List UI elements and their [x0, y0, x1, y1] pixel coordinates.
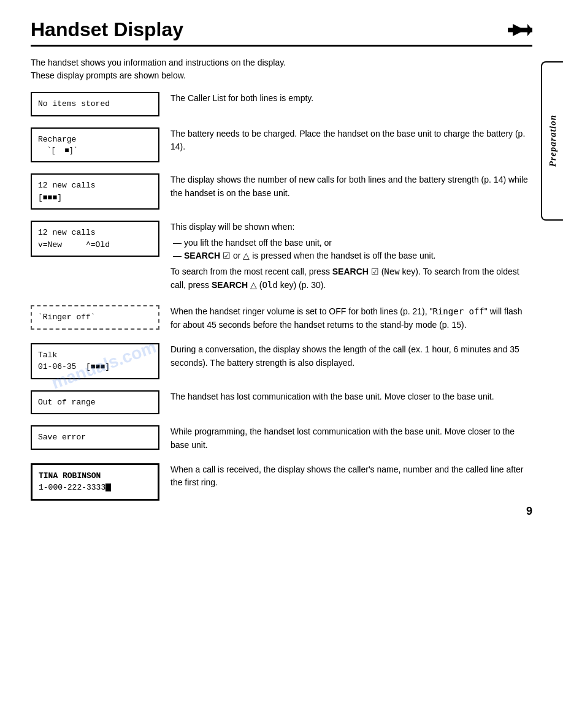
row-talk: Talk 01-06-35 [■■■] During a conversatio… — [31, 343, 532, 379]
cursor-block — [105, 483, 111, 491]
desc-paragraph: This display will be shown when: — [170, 221, 532, 234]
desc-recharge: The battery needs to be charged. Place t… — [170, 127, 532, 154]
desc-search-instructions: To search from the most recent call, pre… — [170, 265, 532, 292]
desc-no-items: The Caller List for both lines is empty. — [170, 92, 532, 105]
bullet-dash: — — [173, 237, 182, 250]
display-ringer-off: `Ringer off` — [31, 305, 159, 330]
row-recharge: Recharge `[ ■]` The battery needs to be … — [31, 127, 532, 163]
page-container: Handset Display Preparation The handset … — [0, 0, 563, 530]
display-line-tina-name: TINA ROBINSON — [39, 470, 151, 482]
desc-out-of-range: The handset has lost communication with … — [170, 390, 532, 404]
row-save-error: Save error While programming, the handse… — [31, 425, 532, 452]
display-12-calls-battery: 12 new calls [■■■] — [31, 173, 159, 210]
bullet-text-2: SEARCH ☑ or △ is pressed when the handse… — [184, 249, 436, 263]
display-line-12calls-2: 12 new calls — [38, 227, 152, 239]
display-line-save-error: Save error — [38, 431, 152, 444]
row-tina-robinson: TINA ROBINSON 1-000-222-3333 When a call… — [31, 463, 532, 501]
display-line-out-of-range: Out of range — [38, 396, 152, 409]
row-12-calls-search: 12 new calls v=New ^=Old This display wi… — [31, 221, 532, 294]
desc-ringer-off: When the handset ringer volume is set to… — [170, 305, 532, 332]
intro-paragraph: The handset shows you information and in… — [31, 56, 532, 82]
bullet-dash-2: — — [173, 249, 182, 263]
display-line-talk-time: 01-06-35 [■■■] — [38, 361, 152, 373]
display-talk: Talk 01-06-35 [■■■] — [31, 343, 159, 379]
display-out-of-range: Out of range — [31, 390, 159, 415]
desc-save-error: While programming, the handset lost comm… — [170, 425, 532, 452]
row-12-calls-battery: 12 new calls [■■■] The display shows the… — [31, 173, 532, 210]
display-line-ringer: `Ringer off` — [38, 311, 152, 324]
row-out-of-range: Out of range The handset has lost commun… — [31, 390, 532, 415]
page-title: Handset Display — [31, 18, 183, 41]
display-line: No items stored — [38, 98, 152, 110]
desc-12-calls-search: This display will be shown when: — you l… — [170, 221, 532, 294]
display-save-error: Save error — [31, 425, 159, 450]
bullet-search: — SEARCH ☑ or △ is pressed when the hand… — [173, 249, 532, 263]
display-line-talk: Talk — [38, 349, 152, 362]
desc-12-calls-battery: The display shows the number of new call… — [170, 173, 532, 200]
display-line-tina-number: 1-000-222-3333 — [39, 482, 151, 494]
sidebar-preparation-tab: Preparation — [541, 61, 563, 221]
desc-tina-robinson: When a call is received, the display sho… — [170, 463, 532, 490]
display-tina-robinson: TINA ROBINSON 1-000-222-3333 — [31, 463, 159, 501]
row-no-items: No items stored The Caller List for both… — [31, 92, 532, 116]
display-line-recharge: Recharge — [38, 134, 152, 146]
intro-line1: The handset shows you information and in… — [31, 58, 286, 67]
arrow-right-icon — [508, 21, 532, 39]
row-ringer-off: `Ringer off` When the handset ringer vol… — [31, 305, 532, 332]
page-number: 9 — [526, 505, 532, 518]
page-header: Handset Display — [31, 18, 532, 47]
intro-line2: These display prompts are shown below. — [31, 70, 186, 80]
bullet-text: you lift the handset off the base unit, … — [184, 237, 332, 250]
desc-talk: During a conversation, the display shows… — [170, 343, 532, 370]
display-no-items: No items stored — [31, 92, 159, 116]
display-line-battery: [■■■] — [38, 192, 152, 204]
sidebar-tab-label: Preparation — [548, 115, 558, 167]
display-12-calls-search: 12 new calls v=New ^=Old — [31, 221, 159, 257]
display-line-12calls: 12 new calls — [38, 180, 152, 192]
display-recharge: Recharge `[ ■]` — [31, 127, 159, 163]
bullet-lift: — you lift the handset off the base unit… — [173, 237, 532, 250]
svg-marker-2 — [527, 24, 532, 36]
display-line-recharge-battery: `[ ■]` — [38, 145, 152, 156]
display-line-new-old: v=New ^=Old — [38, 239, 152, 251]
